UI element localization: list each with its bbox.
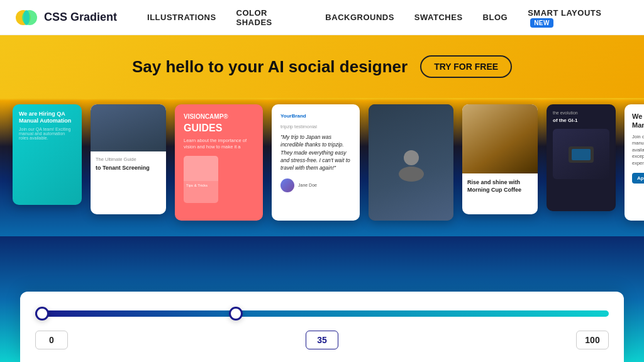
cards-section: We are Hiring QA Manual Automation Join … — [0, 98, 644, 236]
slider-value-mid[interactable]: 35 — [306, 331, 338, 349]
slider-value-end[interactable]: 100 — [576, 331, 609, 349]
logo-icon — [15, 6, 38, 29]
nav-blog[interactable]: BLOG — [483, 13, 508, 22]
gradient-section: 0 35 100 — [0, 236, 644, 362]
nav-smart-layouts[interactable]: SMART LAYOUTS NEW — [528, 8, 629, 27]
slider-value-start[interactable]: 0 — [35, 331, 68, 349]
slider-track — [35, 310, 609, 317]
slider-panel: 0 35 100 — [20, 292, 624, 362]
slider-track-container — [35, 304, 609, 323]
logo-text: CSS Gradient — [44, 11, 117, 24]
try-free-button[interactable]: TRY FOR FREE — [420, 55, 512, 78]
svg-rect-6 — [572, 149, 591, 160]
slider-thumb-right[interactable] — [229, 307, 243, 321]
nav-swatches[interactable]: SWATCHES — [414, 13, 463, 22]
card-coffee: Rise and shine with Morning Cup Coffee — [462, 104, 538, 214]
card-quote: YourBrand tripzip testimonial "My trip t… — [272, 104, 360, 221]
card-hiring-left: We are Hiring QA Manual Automation Join … — [13, 104, 82, 205]
slider-values: 0 35 100 — [35, 331, 609, 349]
main-nav: ILLUSTRATIONS COLOR SHADES BACKGROUNDS S… — [147, 8, 629, 27]
navbar: CSS Gradient ILLUSTRATIONS COLOR SHADES … — [0, 0, 644, 35]
svg-point-3 — [404, 150, 419, 165]
slider-thumb-left[interactable] — [35, 307, 49, 321]
hero-banner: Say hello to your AI social designer TRY… — [0, 35, 644, 98]
card-hiring-right: We are Hiring QA Manual Automation Join … — [625, 104, 644, 221]
cards-track: We are Hiring QA Manual Automation Join … — [0, 104, 644, 221]
card-dark: the evolution of the GI-1 — [547, 104, 616, 211]
card-tenant: The Ultimate Guide to Tenant Screening — [91, 104, 166, 214]
hero-title: Say hello to your AI social designer — [132, 57, 408, 77]
nav-color-shades[interactable]: COLOR SHADES — [236, 8, 306, 27]
new-badge: NEW — [530, 18, 553, 28]
nav-illustrations[interactable]: ILLUSTRATIONS — [147, 13, 216, 22]
card-photo — [369, 104, 453, 221]
svg-point-2 — [23, 10, 30, 25]
svg-point-4 — [399, 167, 424, 182]
logo[interactable]: CSS Gradient — [15, 6, 117, 29]
nav-backgrounds[interactable]: BACKGROUNDS — [325, 13, 394, 22]
card-visioncamp: VISIONCAMP® GUIDES Learn about the impor… — [175, 104, 263, 221]
